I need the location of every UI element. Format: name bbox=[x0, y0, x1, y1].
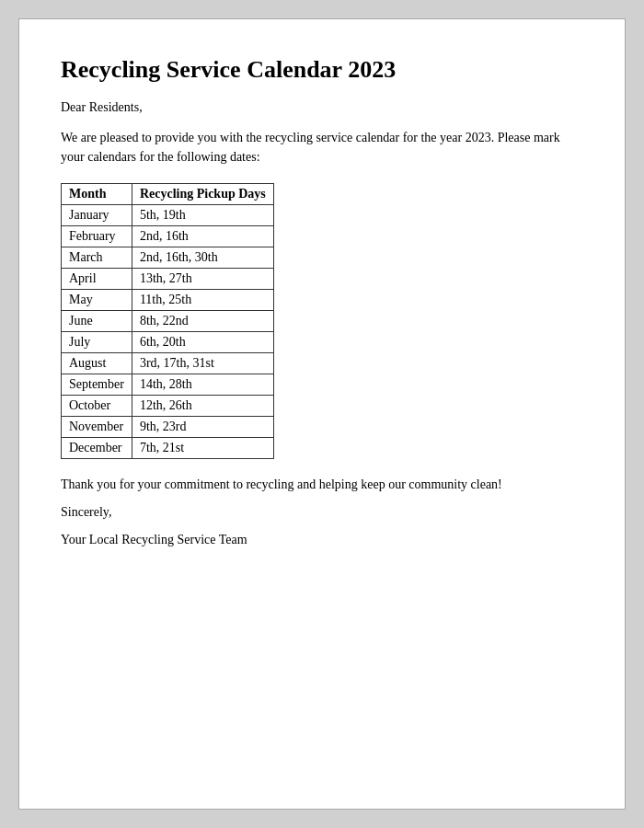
table-cell-days: 7th, 21st bbox=[132, 438, 273, 459]
table-row: July6th, 20th bbox=[62, 332, 274, 353]
table-row: October12th, 26th bbox=[62, 396, 274, 417]
table-cell-days: 14th, 28th bbox=[132, 374, 273, 396]
table-cell-days: 8th, 22nd bbox=[132, 311, 273, 332]
table-cell-days: 9th, 23rd bbox=[132, 417, 273, 438]
table-cell-days: 3rd, 17th, 31st bbox=[132, 353, 273, 374]
table-row: December7th, 21st bbox=[62, 438, 274, 459]
table-cell-days: 2nd, 16th bbox=[132, 226, 273, 247]
table-row: April13th, 27th bbox=[62, 269, 274, 290]
table-cell-month: January bbox=[62, 205, 132, 226]
greeting-text: Dear Residents, bbox=[61, 100, 583, 115]
column-header-days: Recycling Pickup Days bbox=[132, 184, 273, 205]
table-cell-month: February bbox=[62, 226, 132, 247]
table-cell-month: August bbox=[62, 353, 132, 374]
table-cell-month: July bbox=[62, 332, 132, 353]
table-row: January5th, 19th bbox=[62, 205, 274, 226]
table-cell-month: October bbox=[62, 396, 132, 417]
page-title: Recycling Service Calendar 2023 bbox=[61, 56, 583, 84]
column-header-month: Month bbox=[62, 184, 132, 205]
table-cell-month: May bbox=[62, 290, 132, 311]
table-cell-days: 13th, 27th bbox=[132, 269, 273, 290]
table-row: June8th, 22nd bbox=[62, 311, 274, 332]
table-cell-month: December bbox=[62, 438, 132, 459]
table-row: March2nd, 16th, 30th bbox=[62, 247, 274, 269]
table-row: May11th, 25th bbox=[62, 290, 274, 311]
intro-text: We are pleased to provide you with the r… bbox=[61, 128, 583, 167]
table-cell-month: November bbox=[62, 417, 132, 438]
table-cell-days: 12th, 26th bbox=[132, 396, 273, 417]
sincerely-text: Sincerely, bbox=[61, 505, 583, 520]
table-cell-days: 11th, 25th bbox=[132, 290, 273, 311]
signature-text: Your Local Recycling Service Team bbox=[61, 533, 583, 547]
table-cell-month: March bbox=[62, 247, 132, 269]
thank-you-text: Thank you for your commitment to recycli… bbox=[61, 477, 583, 492]
table-row: February2nd, 16th bbox=[62, 226, 274, 247]
table-row: September14th, 28th bbox=[62, 374, 274, 396]
table-cell-days: 5th, 19th bbox=[132, 205, 273, 226]
table-cell-days: 6th, 20th bbox=[132, 332, 273, 353]
table-row: August3rd, 17th, 31st bbox=[62, 353, 274, 374]
table-cell-days: 2nd, 16th, 30th bbox=[132, 247, 273, 269]
page: Recycling Service Calendar 2023 Dear Res… bbox=[18, 18, 626, 810]
table-cell-month: April bbox=[62, 269, 132, 290]
table-cell-month: June bbox=[62, 311, 132, 332]
table-cell-month: September bbox=[62, 374, 132, 396]
recycling-calendar-table: Month Recycling Pickup Days January5th, … bbox=[61, 183, 274, 459]
table-row: November9th, 23rd bbox=[62, 417, 274, 438]
